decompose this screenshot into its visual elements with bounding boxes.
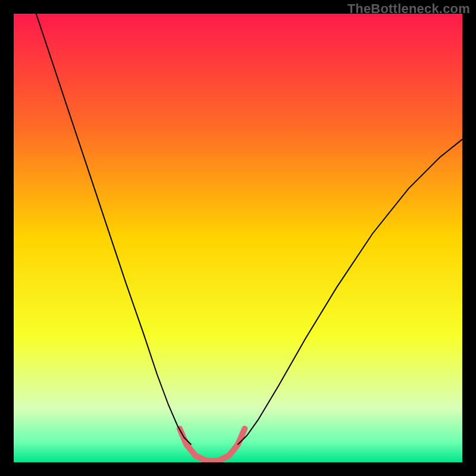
chart-frame: TheBottleneck.com	[0, 0, 476, 476]
watermark-text: TheBottleneck.com	[347, 1, 470, 17]
bottleneck-chart	[14, 14, 462, 462]
gradient-background	[14, 14, 462, 462]
